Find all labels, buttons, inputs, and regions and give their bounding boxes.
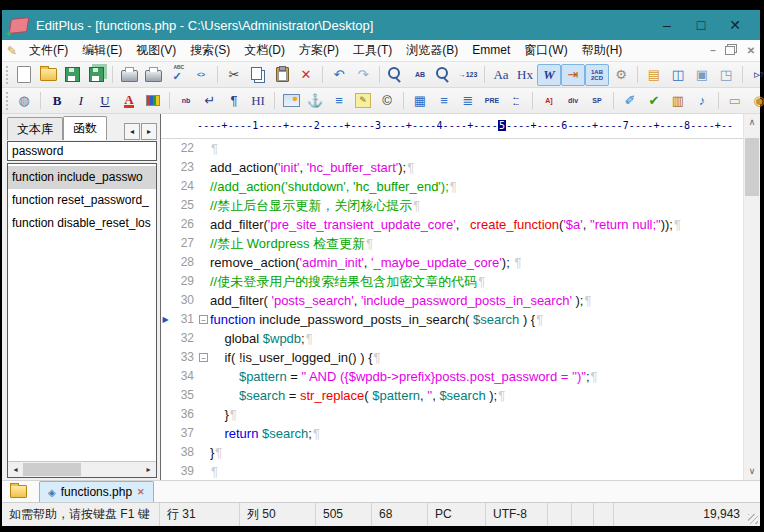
code-view-icon[interactable]: <>	[189, 64, 213, 86]
font-color-icon[interactable]: A	[117, 90, 141, 112]
replace-icon[interactable]: AB	[408, 64, 432, 86]
save-all-icon[interactable]	[84, 64, 108, 86]
code-line[interactable]: 25//禁止后台显示更新，关闭核心提示¶	[161, 196, 744, 215]
browser-icon[interactable]: ◍	[12, 90, 36, 112]
toolbar-grip[interactable]	[6, 66, 8, 84]
function-list-item[interactable]: function reset_password_	[8, 189, 156, 212]
code-line[interactable]: 34 $pattern = " AND ({$wpdb->prefix}post…	[161, 367, 744, 386]
goto-line-icon[interactable]: →123	[456, 64, 480, 86]
menu-item-3[interactable]: 视图(V)	[129, 40, 183, 61]
mdi-close-button[interactable]: ✕	[742, 45, 760, 56]
scroll-up-icon[interactable]: ∧	[744, 114, 760, 131]
sidebar-horizontal-scrollbar[interactable]: ◂ ▸	[8, 461, 156, 477]
nbsp-icon[interactable]: nb	[174, 90, 198, 112]
print-icon[interactable]	[141, 64, 165, 86]
folder-icon[interactable]	[10, 485, 27, 498]
menu-item-8[interactable]: 浏览器(B)	[399, 40, 465, 61]
code-line[interactable]: 35 $search = str_replace( $pattern, '', …	[161, 386, 744, 405]
hr-icon[interactable]: ≡	[327, 90, 351, 112]
tab-scroll-right-button[interactable]: ▸	[141, 123, 157, 140]
code-line[interactable]: 32 global $wpdb;¶	[161, 329, 744, 348]
menu-item-7[interactable]: 工具(T)	[346, 40, 399, 61]
find-in-files-icon[interactable]	[432, 64, 456, 86]
script-icon[interactable]: ✐	[618, 90, 642, 112]
code-line[interactable]: 38}¶	[161, 443, 744, 462]
editor-vertical-scrollbar[interactable]: ∧ ∨	[743, 114, 760, 480]
anchor-text-icon[interactable]: A]	[537, 90, 561, 112]
tab-scroll-left-button[interactable]: ◂	[124, 123, 140, 140]
code-line[interactable]: 39¶	[161, 462, 744, 480]
context-help-icon[interactable]: ▷?	[747, 64, 764, 86]
hex-view-icon[interactable]: Hx	[513, 64, 537, 86]
line-break-icon[interactable]: ↵	[198, 90, 222, 112]
menu-item-1[interactable]: 文件(F)	[22, 40, 75, 61]
function-list-item[interactable]: function disable_reset_los	[8, 212, 156, 235]
code-line[interactable]: 23add_action('init', 'hc_buffer_start');…	[161, 158, 744, 177]
minimize-button[interactable]: –	[650, 10, 684, 40]
undo-icon[interactable]: ↶	[327, 64, 351, 86]
div-align-icon[interactable]: ≡	[432, 90, 456, 112]
code-line[interactable]: 29//使未登录用户的搜索结果包含加密文章的代码¶	[161, 272, 744, 291]
new-document-icon[interactable]	[12, 64, 36, 86]
scrollbar-thumb[interactable]	[745, 138, 759, 196]
redo-icon[interactable]: ↷	[351, 64, 375, 86]
auto-indent-icon[interactable]: ⇥	[561, 64, 585, 86]
scrollbar-thumb[interactable]	[23, 463, 81, 476]
line-numbers-icon[interactable]: 1AB 2CD	[585, 64, 609, 86]
find-icon[interactable]	[384, 64, 408, 86]
maximize-button[interactable]: □	[684, 10, 718, 40]
form-text-icon[interactable]: ▭	[723, 90, 747, 112]
code-line[interactable]: 36 }¶	[161, 405, 744, 424]
scroll-right-icon[interactable]: ▸	[141, 465, 156, 474]
function-search-input[interactable]	[7, 141, 157, 161]
palette-icon[interactable]	[141, 90, 165, 112]
close-button[interactable]: ✕	[718, 10, 752, 40]
spell-check-icon[interactable]: ✓	[165, 64, 189, 86]
pre-icon[interactable]: PRE	[480, 90, 504, 112]
paragraph-icon[interactable]: ¶	[222, 90, 246, 112]
code-line[interactable]: ▶31–function include_password_posts_in_s…	[161, 310, 744, 329]
toolbar-grip[interactable]	[6, 92, 8, 110]
menu-item-2[interactable]: 编辑(E)	[75, 40, 129, 61]
mdi-restore-button[interactable]	[725, 46, 735, 55]
paste-icon[interactable]	[270, 64, 294, 86]
underline-icon[interactable]: U	[93, 90, 117, 112]
code-line[interactable]: 27//禁止 Wordpress 检查更新¶	[161, 234, 744, 253]
image-icon[interactable]	[279, 90, 303, 112]
menu-item-9[interactable]: Emmet	[465, 40, 517, 61]
form-radio-icon[interactable]: ◉	[747, 90, 764, 112]
word-wrap-icon[interactable]: W	[537, 64, 561, 86]
open-file-icon[interactable]	[36, 64, 60, 86]
resize-grip[interactable]	[748, 514, 758, 524]
tab-close-icon[interactable]: ✕	[137, 487, 145, 497]
code-line[interactable]: 26add_filter('pre_site_transient_update_…	[161, 215, 744, 234]
scroll-down-icon[interactable]: ∨	[744, 463, 760, 480]
syntax-check-icon[interactable]: ✔	[642, 90, 666, 112]
movie-icon[interactable]: ▥	[666, 90, 690, 112]
title-bar[interactable]: EditPlus - [functions.php - C:\Users\Adm…	[2, 10, 760, 40]
delete-icon[interactable]: ✕	[294, 64, 318, 86]
code-line[interactable]: 30add_filter( 'posts_search', 'include_p…	[161, 291, 744, 310]
list-icon[interactable]: •– •–	[504, 90, 528, 112]
tab-functions[interactable]: 函数	[63, 116, 107, 140]
heading-icon[interactable]: HI	[246, 90, 270, 112]
copy-icon[interactable]	[246, 64, 270, 86]
center-text-icon[interactable]: ≣	[456, 90, 480, 112]
menu-item-5[interactable]: 文档(D)	[237, 40, 292, 61]
menu-item-4[interactable]: 搜索(S)	[183, 40, 237, 61]
menu-item-11[interactable]: 帮助(H)	[575, 40, 630, 61]
code-line[interactable]: 22¶	[161, 139, 744, 158]
special-char-icon[interactable]: ©	[375, 90, 399, 112]
document-list-icon[interactable]: ▤	[642, 64, 666, 86]
music-icon[interactable]: ♪	[690, 90, 714, 112]
fold-toggle-icon[interactable]: –	[197, 348, 210, 367]
browser-edit-icon[interactable]: ▣	[690, 64, 714, 86]
comment-icon[interactable]: ✎	[351, 90, 375, 112]
div-icon[interactable]: div	[561, 90, 585, 112]
code-line[interactable]: 28remove_action('admin_init', '_maybe_up…	[161, 253, 744, 272]
bold-icon[interactable]: B	[45, 90, 69, 112]
menu-item-6[interactable]: 方案(P)	[292, 40, 346, 61]
save-icon[interactable]	[60, 64, 84, 86]
scroll-left-icon[interactable]: ◂	[8, 465, 23, 474]
function-list-item[interactable]: function include_passwo	[8, 166, 156, 189]
